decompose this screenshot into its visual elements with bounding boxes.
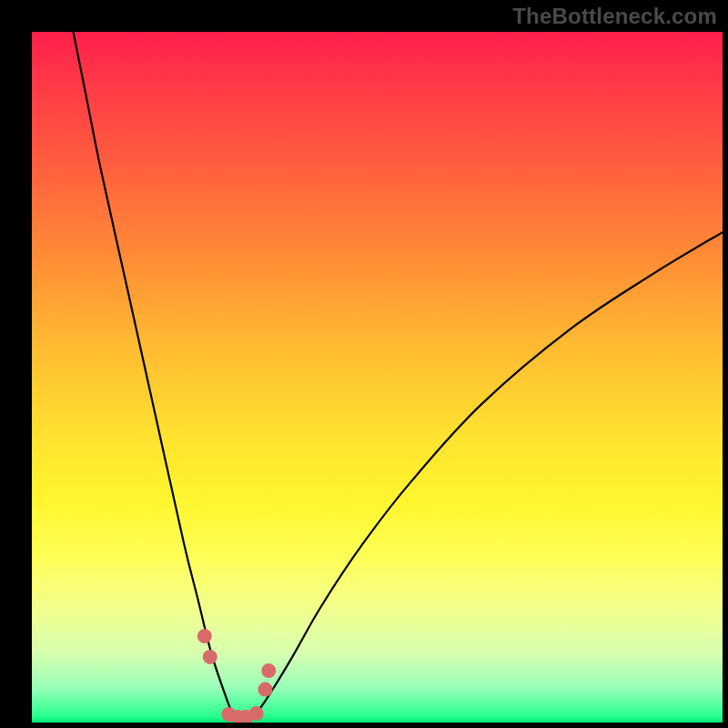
plot-area: [32, 32, 723, 723]
watermark-text: TheBottleneck.com: [512, 4, 717, 29]
chart-frame: TheBottleneck.com: [0, 0, 728, 728]
plot-svg: [32, 32, 723, 723]
bottleneck-curve: [74, 32, 723, 720]
highlight-dot: [258, 682, 273, 697]
highlight-dot: [203, 650, 217, 664]
highlight-dot: [249, 706, 264, 721]
highlight-dot: [261, 663, 276, 678]
highlight-dot: [197, 629, 212, 643]
